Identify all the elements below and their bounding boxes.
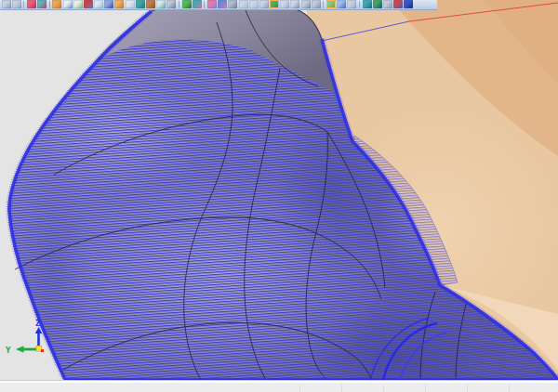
grid-green-icon[interactable] <box>73 0 83 8</box>
3d-viewport[interactable]: Z Y <box>0 0 558 380</box>
folder-icon[interactable] <box>52 0 61 8</box>
pencil2-icon[interactable] <box>280 0 289 8</box>
leaf-icon[interactable] <box>326 0 336 8</box>
status-bar <box>0 380 558 392</box>
window-pale-icon[interactable] <box>94 0 103 8</box>
drop-icon[interactable] <box>337 0 346 8</box>
sphere-blue-icon[interactable] <box>104 0 113 8</box>
status-pane-separator <box>509 385 510 392</box>
tool-pink-icon[interactable] <box>193 0 202 8</box>
cross-icon[interactable] <box>290 0 299 8</box>
wrench-icon[interactable] <box>312 0 321 8</box>
toolbar-separator <box>23 1 24 8</box>
star-pink-icon[interactable] <box>207 0 217 8</box>
box-teal2-icon[interactable] <box>156 0 166 8</box>
flask-teal-icon[interactable] <box>363 0 372 8</box>
tool-gray-icon[interactable] <box>383 0 392 8</box>
grid-blue-icon[interactable] <box>63 0 73 8</box>
box-orange-icon[interactable] <box>114 0 124 8</box>
toolbar-separator <box>323 1 324 8</box>
box-teal-icon[interactable] <box>136 0 145 8</box>
flask-red-icon[interactable] <box>393 0 403 8</box>
scissors-icon[interactable] <box>228 0 237 8</box>
pencil-icon[interactable] <box>166 0 176 8</box>
x-axis-origin-marker <box>41 349 44 352</box>
window-red-icon[interactable] <box>84 0 93 8</box>
sphere-dark-icon[interactable] <box>373 0 382 8</box>
box-gray-icon[interactable] <box>347 0 356 8</box>
select-arrow-icon[interactable] <box>27 0 36 8</box>
status-pane-separator <box>299 385 300 392</box>
status-pane-separator <box>383 385 384 392</box>
box-copper-icon[interactable] <box>146 0 155 8</box>
filter-icon[interactable] <box>37 0 46 8</box>
main-toolbar[interactable] <box>0 0 437 10</box>
window-pale2-icon[interactable] <box>126 0 135 8</box>
toolbar-separator <box>204 1 205 8</box>
scissors2-icon[interactable] <box>301 0 311 8</box>
tool-blue-icon[interactable] <box>218 0 227 8</box>
origin-marker <box>36 346 42 352</box>
toolbar-separator <box>179 1 179 8</box>
toolbar-separator <box>359 1 360 8</box>
ghost-tool2-icon[interactable] <box>249 0 259 8</box>
z-axis-label: Z <box>35 319 41 328</box>
plant-icon[interactable] <box>270 0 279 8</box>
viewport-canvas[interactable]: Z Y <box>0 0 558 380</box>
y-axis-label: Y <box>6 346 11 355</box>
ghost-tool-icon[interactable] <box>239 0 248 8</box>
application-window: Z Y <box>0 0 558 392</box>
status-pane-separator <box>425 385 426 392</box>
status-pane-separator <box>467 385 468 392</box>
redo-icon[interactable] <box>12 0 21 8</box>
status-pane-separator <box>341 385 342 392</box>
z-pencil-icon[interactable] <box>404 0 413 8</box>
circle-tool-icon[interactable] <box>259 0 269 8</box>
flask-green-icon[interactable] <box>182 0 192 8</box>
undo-icon[interactable] <box>2 0 11 8</box>
toolbar-separator <box>49 1 50 8</box>
